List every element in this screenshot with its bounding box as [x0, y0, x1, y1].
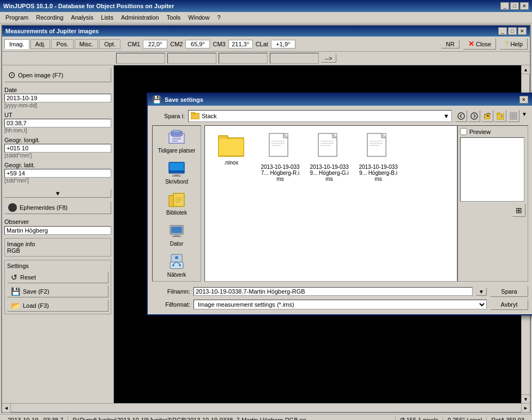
menu-administration[interactable]: Administration	[118, 13, 162, 22]
file-name-g: 2013-10-19-0339... Högberg-G.ims	[310, 164, 349, 182]
nav-item-network[interactable]: Nätverk	[153, 250, 201, 281]
up-folder-button[interactable]	[481, 110, 493, 122]
svg-rect-16	[174, 173, 179, 175]
open-image-button[interactable]: ⊙ Open image (F7)	[4, 68, 111, 82]
load-icon: 📂	[11, 301, 20, 310]
close-button[interactable]: ✕ Close	[463, 38, 496, 50]
menu-help[interactable]: ?	[214, 13, 223, 22]
svg-rect-25	[172, 236, 181, 237]
nav-item-library[interactable]: Bibliotek	[153, 188, 201, 219]
file-name-ninox: .ninox	[224, 160, 239, 166]
app-title-bar: WinJUPOS 10.1.0 - Database for Object Po…	[0, 0, 532, 12]
nav-sidebar: Tidigare platser Skrivbor	[152, 125, 201, 282]
new-folder-button[interactable]: +	[494, 110, 506, 122]
filename-combo-button[interactable]: ▼	[476, 288, 487, 296]
cm2-field[interactable]	[185, 40, 210, 48]
scroll-right-button[interactable]: ►	[521, 404, 530, 412]
nav-item-desktop[interactable]: Skrivbord	[153, 157, 201, 188]
cm3-label: CM3	[211, 41, 227, 47]
filetype-combo[interactable]: Image measurement settings (*.ims)	[194, 300, 487, 309]
network-icon	[168, 253, 185, 271]
nav-item-history[interactable]: Tidigare platser	[153, 126, 201, 157]
save-in-combo[interactable]: Stack ▼	[188, 110, 452, 122]
save-in-row: Spara i: Stack ▼	[152, 110, 528, 122]
load-button[interactable]: 📂 Load (F3)	[7, 300, 108, 312]
library-icon	[168, 191, 185, 209]
menu-program[interactable]: Program	[2, 13, 32, 22]
tab-pos[interactable]: Pos.	[51, 39, 73, 49]
avbryt-button[interactable]: Avbryt	[490, 299, 528, 310]
app-close-button[interactable]: ✕	[520, 2, 529, 10]
file-item-b[interactable]: 2013-10-19-0339... Högberg-B.ims	[356, 130, 400, 184]
maximize-button[interactable]: □	[510, 2, 519, 10]
dialog-body: Tidigare platser Skrivbor	[152, 125, 528, 282]
minimize-button[interactable]: _	[500, 2, 509, 10]
svg-text:+: +	[500, 114, 503, 119]
cm3-field[interactable]	[228, 40, 253, 48]
help-button[interactable]: ? Help	[500, 38, 528, 50]
dialog-close-button[interactable]: ✕	[519, 96, 528, 104]
save-icon: 💾	[11, 287, 20, 296]
file-item-r[interactable]: 2013-10-19-0337... Högberg-R.ims	[258, 130, 302, 184]
svg-rect-23	[171, 227, 182, 233]
filename-input[interactable]	[194, 287, 473, 296]
image-info-label: Image info	[7, 241, 108, 247]
tab-opt[interactable]: Opt.	[99, 39, 120, 49]
nav-item-computer[interactable]: Dator	[153, 219, 201, 250]
svg-rect-24	[174, 234, 179, 236]
spara-button[interactable]: Spara	[490, 286, 528, 297]
arrow-button[interactable]: -->	[321, 54, 336, 63]
horizontal-scrollbar[interactable]: ◄ ►	[2, 403, 530, 412]
nr-button[interactable]: NR	[441, 40, 460, 48]
help-icon: ?	[505, 40, 509, 48]
scroll-up-button[interactable]: ▲	[522, 65, 530, 74]
ephemerides-button[interactable]: Ephemerides (F8)	[4, 201, 111, 214]
ut-input[interactable]	[4, 119, 111, 127]
observer-input[interactable]	[4, 226, 111, 235]
combo-arrow-icon: ▼	[443, 113, 449, 119]
date-input[interactable]	[4, 94, 111, 102]
clat-field[interactable]	[271, 40, 295, 48]
scroll-down-button[interactable]: ▼	[522, 394, 530, 403]
main-close-button[interactable]: ✕	[518, 27, 527, 35]
menu-window[interactable]: Window	[185, 13, 213, 22]
geogr-longit-group: Geogr. longit. [±ddd°mm']	[4, 137, 111, 159]
reset-button[interactable]: ↺ Reset	[7, 271, 108, 283]
geogr-longit-input[interactable]	[4, 144, 111, 153]
file-item-g[interactable]: 2013-10-19-0339... Högberg-G.ims	[307, 130, 351, 184]
menu-recording[interactable]: Recording	[33, 13, 66, 22]
ut-field-group: UT [hh:mm,t]	[4, 112, 111, 133]
svg-rect-18	[170, 163, 184, 172]
forward-button[interactable]	[468, 110, 480, 122]
file-name-r: 2013-10-19-0337... Högberg-R.ims	[261, 164, 300, 182]
main-minimize-button[interactable]: _	[498, 27, 507, 35]
cm1-label: CM1	[126, 41, 142, 47]
cm1-field[interactable]	[143, 40, 167, 48]
save-button[interactable]: 💾 Save (F2)	[7, 285, 108, 297]
main-window: Measurements of Jupiter images _ □ ✕ Ima…	[1, 25, 531, 413]
preview-checkbox[interactable]	[460, 128, 467, 135]
preview-check-row: Preview	[460, 128, 491, 135]
menu-analysis[interactable]: Analysis	[68, 13, 96, 22]
scroll-left-button[interactable]: ◄	[2, 404, 11, 412]
tab-misc[interactable]: Misc.	[75, 39, 99, 49]
status-path: P:\Rymd\Jupiter\2013-10-19\Jupiter3\RGB\…	[68, 417, 396, 421]
tab-imag[interactable]: Imag.	[4, 39, 29, 49]
main-maximize-button[interactable]: □	[508, 27, 517, 35]
preview-expand-button[interactable]: ⊞	[512, 204, 525, 217]
menu-tools[interactable]: Tools	[164, 13, 184, 22]
views-button[interactable]	[507, 110, 519, 122]
computer-icon	[168, 222, 185, 240]
left-panel: ⊙ Open image (F7) Date [yyyy-mm-dd] UT […	[2, 65, 114, 403]
menu-lists[interactable]: Lists	[98, 13, 117, 22]
down-arrow-button[interactable]: ▼	[4, 189, 111, 198]
file-item-ninox[interactable]: .ninox	[209, 130, 253, 168]
svg-point-31	[179, 264, 181, 266]
back-button[interactable]	[455, 110, 467, 122]
geogr-latit-input[interactable]	[4, 169, 111, 178]
status-pixels: Ø 155,1 pixels	[396, 417, 443, 421]
file-name-b: 2013-10-19-0339... Högberg-B.ims	[359, 164, 398, 182]
tab-adj[interactable]: Adj.	[31, 39, 51, 49]
svg-rect-1	[191, 112, 195, 114]
clat-label: CLat	[254, 41, 270, 47]
